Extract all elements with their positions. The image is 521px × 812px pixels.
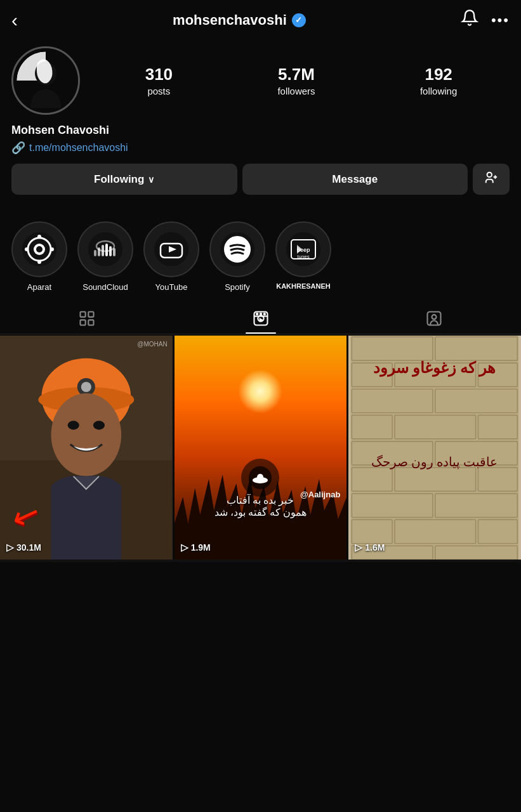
back-button[interactable]: ‹ (11, 10, 18, 31)
posts-label: posts (147, 86, 170, 96)
grid-icon (78, 310, 96, 327)
tab-reels[interactable] (174, 301, 348, 334)
post-item-3[interactable]: هر که زغوغاو سرود عاقبت پیاده رون صرحگ ▷… (348, 336, 521, 560)
stat-posts[interactable]: 310 posts (145, 65, 173, 96)
post-item-1[interactable]: ↙ @MOHAN ▷ 30.1M (0, 336, 173, 560)
message-label: Message (332, 173, 378, 185)
verified-badge: ✓ (292, 13, 306, 27)
svg-point-38 (256, 313, 258, 315)
highlight-spotify[interactable]: Spotify (209, 221, 265, 292)
bottom-spacer (0, 560, 521, 562)
bell-icon (461, 9, 478, 27)
following-count: 192 (425, 65, 452, 84)
svg-text:هر که زغوغاو سرود: هر که زغوغاو سرود (374, 360, 496, 377)
svg-point-39 (260, 313, 261, 315)
notification-button[interactable] (461, 9, 478, 31)
play-icon-2: ▷ (181, 542, 188, 553)
svg-point-11 (25, 247, 29, 251)
chevron-down-icon: ∨ (148, 174, 154, 185)
following-label: Following (94, 173, 144, 186)
posts-count: 310 (145, 65, 173, 84)
post1-watermark: @MOHAN (137, 341, 167, 348)
avatar (11, 46, 80, 115)
tab-grid[interactable] (0, 301, 174, 334)
profile-section: 310 posts 5.7M followers 192 following M… (0, 40, 521, 215)
play-count-text: 30.1M (16, 542, 41, 553)
tab-tagged[interactable] (347, 301, 521, 334)
svg-point-8 (36, 246, 43, 252)
spotify-circle (209, 221, 265, 277)
svg-point-52 (93, 421, 105, 429)
youtube-circle (143, 221, 199, 277)
aparat-icon (22, 232, 56, 266)
posts-grid: ↙ @MOHAN ▷ 30.1M @Aalijnab خب (0, 336, 521, 560)
following-button[interactable]: Following ∨ (11, 164, 237, 195)
aalijnab-icon (247, 465, 273, 490)
svg-rect-35 (88, 320, 93, 325)
sun-burst (238, 369, 282, 414)
highlight-soundcloud[interactable]: SoundCloud (77, 221, 133, 292)
header-center: mohsenchavoshi ✓ (173, 12, 306, 29)
link-icon: 🔗 (11, 141, 25, 155)
svg-rect-14 (94, 250, 96, 256)
highlight-youtube[interactable]: YouTube (143, 221, 199, 292)
kakhresaneh-label: KAKHRESANEH (276, 282, 331, 290)
svg-point-51 (68, 421, 79, 429)
followers-count: 5.7M (278, 65, 315, 84)
post1-play-count: ▷ 30.1M (6, 542, 41, 553)
spotify-icon (220, 232, 254, 266)
message-button[interactable]: Message (242, 164, 468, 195)
more-button[interactable]: ••• (491, 12, 510, 29)
svg-rect-42 (428, 312, 441, 325)
kakhresaneh-circle: beep tunes (275, 221, 331, 277)
svg-rect-33 (88, 312, 93, 317)
avatar-image (13, 48, 78, 113)
post2-play-count: ▷ 1.9M (181, 542, 211, 553)
display-name: Mohsen Chavoshi (11, 124, 510, 137)
stat-following[interactable]: 192 following (420, 65, 457, 96)
youtube-icon (154, 232, 188, 266)
bio-link[interactable]: 🔗 t.me/mohsenchavoshi (11, 141, 510, 155)
svg-rect-17 (105, 244, 108, 256)
kakhresaneh-icon: beep tunes (286, 232, 320, 266)
add-person-button[interactable] (473, 164, 510, 195)
play-icon-3: ▷ (355, 542, 362, 553)
stats-row: 310 posts 5.7M followers 192 following (93, 65, 510, 96)
tagged-icon (425, 310, 443, 327)
header-icons: ••• (461, 9, 510, 31)
post2-text: خبر بده به آفتابهمون که گفته بود، شد (175, 494, 347, 518)
play-count-text-2: 1.9M (191, 542, 211, 553)
svg-point-10 (37, 260, 41, 264)
highlight-aparat[interactable]: Aparat (11, 221, 67, 292)
highlights-row: Aparat SoundCloud (0, 215, 521, 301)
play-icon: ▷ (6, 542, 14, 553)
svg-point-12 (50, 247, 54, 251)
post-item-2[interactable]: @Aalijnab خبر بده به آفتابهمون که گفته ب… (175, 336, 347, 560)
svg-rect-32 (80, 312, 85, 317)
red-arrow-icon: ↙ (7, 492, 46, 537)
soundcloud-circle (77, 221, 133, 277)
svg-point-43 (432, 315, 437, 319)
tab-bar (0, 301, 521, 334)
highlight-kakhresaneh[interactable]: beep tunes KAKHRESANEH (275, 221, 331, 292)
following-label: following (420, 86, 457, 96)
action-buttons: Following ∨ Message (11, 164, 510, 195)
aalijnab-logo (241, 459, 279, 497)
youtube-label: YouTube (155, 282, 187, 292)
aparat-label: Aparat (27, 282, 51, 292)
post2-bg: @Aalijnab خبر بده به آفتابهمون که گفته ب… (175, 336, 347, 560)
svg-point-40 (263, 313, 265, 315)
soundcloud-icon (88, 232, 122, 266)
svg-text:عاقبت پیاده رون صرحگ: عاقبت پیاده رون صرحگ (372, 455, 498, 469)
svg-point-49 (81, 382, 91, 392)
profile-row: 310 posts 5.7M followers 192 following (11, 46, 510, 115)
brick-wall: هر که زغوغاو سرود عاقبت پیاده رون صرحگ (348, 336, 521, 560)
play-count-text-3: 1.6M (365, 542, 385, 553)
post1-bg: ↙ (0, 336, 173, 560)
post3-bg: هر که زغوغاو سرود عاقبت پیاده رون صرحگ (348, 336, 521, 560)
svg-rect-55 (257, 474, 263, 480)
spotify-label: Spotify (225, 282, 250, 292)
followers-label: followers (277, 86, 315, 96)
profile-username: mohsenchavoshi (173, 12, 287, 29)
stat-followers[interactable]: 5.7M followers (277, 65, 315, 96)
